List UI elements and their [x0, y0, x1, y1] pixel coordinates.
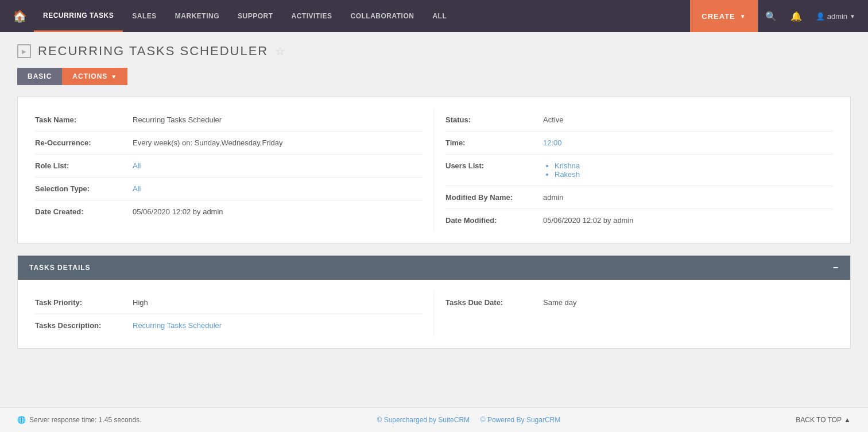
tasks-details-body: Task Priority: High Tasks Description: R… — [18, 280, 850, 348]
tasks-details-title: TASKS DETAILS — [29, 264, 91, 272]
priority-row: Task Priority: High — [35, 291, 422, 314]
nav-all[interactable]: ALL — [423, 0, 456, 32]
due-date-row: Tasks Due Date: Same day — [445, 291, 833, 314]
admin-menu[interactable]: 👤 admin ▼ — [809, 0, 862, 32]
selection-type-row: Selection Type: All — [35, 178, 422, 200]
nav-activities[interactable]: ACTIVITIES — [282, 0, 341, 32]
date-created-row: Date Created: 05/06/2020 12:02 by admin — [35, 200, 422, 223]
nav-sales[interactable]: SALES — [123, 0, 166, 32]
tasks-details-section: TASKS DETAILS − Task Priority: High Task… — [17, 255, 851, 349]
tasks-detail-columns: Task Priority: High Tasks Description: R… — [35, 291, 833, 337]
time-row: Time: 12:00 — [445, 132, 833, 155]
users-list: Krishna Rakesh — [537, 160, 833, 180]
actions-dropdown-arrow: ▼ — [111, 74, 117, 80]
admin-dropdown-arrow: ▼ — [850, 13, 855, 20]
modified-by-row: Modified By Name: admin — [445, 186, 833, 209]
home-icon: 🏠 — [13, 9, 27, 23]
user-krishna: Krishna — [555, 161, 827, 170]
page-title: RECURRING TASKS SCHEDULER — [38, 44, 268, 59]
nav-collaboration[interactable]: COLLABORATION — [342, 0, 424, 32]
description-row: Tasks Description: Recurring Tasks Sched… — [35, 314, 422, 337]
page-content: ▶ RECURRING TASKS SCHEDULER ☆ BASIC ACTI… — [0, 32, 868, 372]
collapse-button[interactable]: − — [833, 263, 839, 273]
play-button[interactable]: ▶ — [17, 44, 31, 58]
user-rakesh: Rakesh — [555, 170, 827, 179]
create-dropdown-arrow: ▼ — [740, 13, 746, 20]
create-button-wrapper: CREATE ▼ — [690, 0, 758, 32]
tasks-left-column: Task Priority: High Tasks Description: R… — [35, 291, 434, 337]
status-row: Status: Active — [445, 109, 833, 132]
page-header: ▶ RECURRING TASKS SCHEDULER ☆ — [17, 44, 851, 59]
actions-button[interactable]: ACTIONS ▼ — [62, 68, 127, 85]
tasks-right-column: Tasks Due Date: Same day — [434, 291, 833, 337]
task-name-row: Task Name: Recurring Tasks Scheduler — [35, 109, 422, 132]
detail-card: Task Name: Recurring Tasks Scheduler Re-… — [17, 97, 851, 244]
nav-support[interactable]: SUPPORT — [228, 0, 282, 32]
action-bar: BASIC ACTIONS ▼ — [17, 68, 851, 85]
notifications-button[interactable]: 🔔 — [784, 0, 809, 32]
top-navigation: 🏠 RECURRING TASKS SALES MARKETING SUPPOR… — [0, 0, 868, 32]
right-column: Status: Active Time: 12:00 Users List: K… — [434, 109, 833, 232]
users-list-row: Users List: Krishna Rakesh — [445, 155, 833, 186]
detail-columns: Task Name: Recurring Tasks Scheduler Re-… — [35, 109, 833, 232]
play-icon: ▶ — [22, 48, 26, 55]
tasks-details-header: TASKS DETAILS − — [18, 256, 850, 280]
basic-button[interactable]: BASIC — [17, 68, 62, 85]
nav-recurring-tasks[interactable]: RECURRING TASKS — [34, 0, 123, 32]
favorite-star[interactable]: ☆ — [275, 44, 285, 58]
left-column: Task Name: Recurring Tasks Scheduler Re-… — [35, 109, 434, 232]
bell-icon: 🔔 — [790, 11, 802, 22]
nav-marketing[interactable]: MARKETING — [166, 0, 228, 32]
home-button[interactable]: 🏠 — [6, 0, 34, 32]
role-list-row: Role List: All — [35, 155, 422, 178]
create-button[interactable]: CREATE ▼ — [690, 0, 757, 32]
date-modified-row: Date Modified: 05/06/2020 12:02 by admin — [445, 209, 833, 232]
user-icon: 👤 — [816, 12, 825, 21]
search-icon: 🔍 — [765, 11, 777, 22]
reoccurrence-row: Re-Occurrence: Every week(s) on: Sunday,… — [35, 132, 422, 155]
search-button[interactable]: 🔍 — [758, 0, 784, 32]
